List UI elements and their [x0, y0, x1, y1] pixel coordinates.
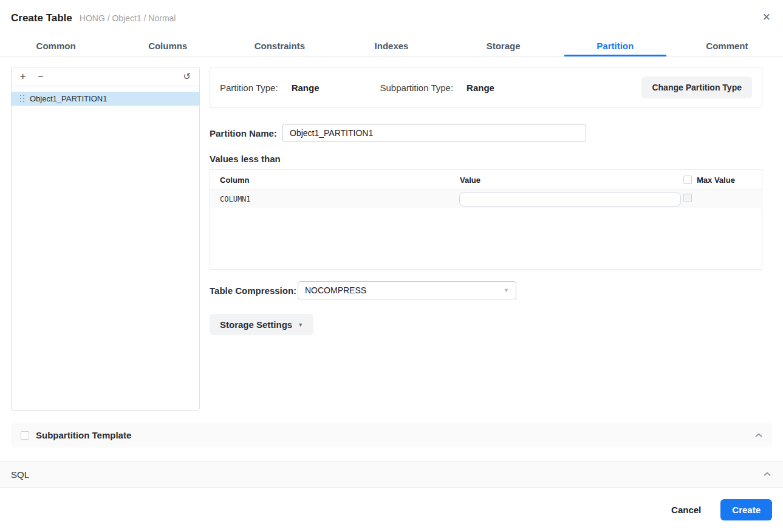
partition-list-toolbar: + − ↺ — [12, 67, 199, 86]
chevron-down-icon: ▼ — [504, 287, 509, 293]
tab-common[interactable]: Common — [0, 36, 112, 56]
values-table: Column Value Max Value COLUMN1 — [210, 169, 762, 270]
dialog-footer: Cancel Create — [0, 488, 783, 532]
tab-comment[interactable]: Comment — [671, 36, 783, 56]
tab-constraints[interactable]: Constraints — [224, 36, 335, 56]
table-row: COLUMN1 — [210, 190, 762, 208]
partition-list-item[interactable]: Object1_PARTITION1 — [12, 92, 199, 106]
partition-type-group: Partition Type: Range — [220, 83, 319, 93]
close-icon[interactable]: ✕ — [762, 12, 771, 22]
tab-bar: Common Columns Constraints Indexes Stora… — [0, 36, 783, 56]
tab-storage[interactable]: Storage — [448, 36, 559, 56]
subpartition-type-group: Subpartition Type: Range — [380, 83, 494, 93]
subpartition-template-checkbox[interactable] — [21, 431, 29, 440]
sql-section[interactable]: SQL — [0, 461, 783, 488]
partition-list-panel: + − ↺ Object1_PARTITION1 — [11, 67, 200, 411]
table-compression-row: Table Compression: NOCOMPRESS ▼ — [210, 281, 762, 299]
change-partition-type-button[interactable]: Change Partition Type — [641, 77, 752, 98]
subpartition-template-section[interactable]: Subpartition Template — [11, 423, 772, 448]
sql-label: SQL — [11, 469, 29, 480]
dialog-header: Create Table HONG / Object1 / Normal — [11, 12, 176, 24]
max-value-header-checkbox[interactable] — [683, 176, 692, 184]
remove-partition-button[interactable]: − — [38, 72, 43, 81]
breadcrumb: HONG / Object1 / Normal — [80, 13, 176, 23]
row-column-name: COLUMN1 — [210, 195, 450, 203]
partition-name-row: Partition Name: — [210, 124, 762, 142]
tab-columns[interactable]: Columns — [112, 36, 224, 56]
partition-type-value: Range — [292, 83, 320, 93]
storage-settings-button[interactable]: Storage Settings ▼ — [210, 314, 313, 335]
partition-name-input[interactable] — [282, 124, 586, 142]
row-max-value-cell — [681, 194, 762, 205]
row-max-value-checkbox[interactable] — [683, 194, 692, 202]
partition-type-label: Partition Type: — [220, 83, 278, 93]
chevron-up-icon[interactable] — [755, 433, 762, 438]
max-value-header-label: Max Value — [697, 176, 735, 185]
page-title: Create Table — [11, 12, 72, 24]
partition-type-infobox: Partition Type: Range Subpartition Type:… — [210, 67, 762, 108]
subpartition-type-value: Range — [467, 83, 494, 93]
tab-indexes[interactable]: Indexes — [335, 36, 447, 56]
values-table-header: Column Value Max Value — [210, 170, 762, 190]
cancel-button[interactable]: Cancel — [671, 505, 701, 515]
row-value-cell — [450, 192, 681, 206]
create-button[interactable]: Create — [720, 499, 772, 520]
partition-item-label: Object1_PARTITION1 — [30, 94, 107, 103]
table-compression-select[interactable]: NOCOMPRESS ▼ — [298, 281, 516, 299]
subpartition-type-label: Subpartition Type: — [380, 83, 453, 93]
row-value-input[interactable] — [459, 192, 681, 206]
column-header: Column — [210, 176, 450, 185]
max-value-header: Max Value — [681, 176, 762, 185]
table-compression-value: NOCOMPRESS — [305, 285, 366, 295]
storage-settings-label: Storage Settings — [220, 319, 292, 330]
chevron-down-icon: ▼ — [298, 322, 303, 328]
partition-detail: Partition Type: Range Subpartition Type:… — [210, 67, 762, 335]
table-compression-label: Table Compression: — [210, 285, 298, 296]
drag-handle-icon[interactable] — [20, 95, 25, 103]
refresh-icon[interactable]: ↺ — [183, 71, 191, 82]
chevron-up-icon[interactable] — [764, 472, 771, 477]
create-table-dialog: Create Table HONG / Object1 / Normal ✕ C… — [0, 0, 783, 532]
add-partition-button[interactable]: + — [20, 72, 26, 81]
values-less-than-label: Values less than — [210, 154, 762, 164]
tab-partition[interactable]: Partition — [559, 36, 671, 56]
partition-name-label: Partition Name: — [210, 128, 282, 138]
value-header: Value — [450, 176, 681, 185]
subpartition-template-label: Subpartition Template — [36, 430, 131, 440]
